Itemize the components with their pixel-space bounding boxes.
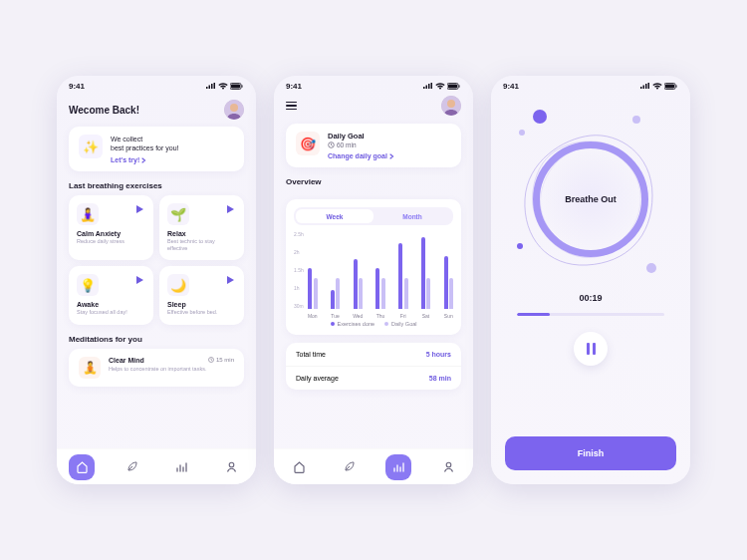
- home-icon: [76, 460, 89, 473]
- target-icon: 🎯: [296, 132, 320, 155]
- chart: 2.5h2h1.5h1h30m Mon Tue Wed Thu Fri Sat …: [294, 231, 453, 319]
- svg-rect-15: [665, 85, 674, 89]
- status-indicators: [206, 83, 244, 90]
- status-bar: 9:41: [57, 76, 256, 94]
- exercise-card[interactable]: 🧘‍♀️ Calm Anxiety Reduce daily stress: [69, 195, 153, 260]
- battery-icon: [664, 83, 678, 90]
- meditations-section-label: Meditations for you: [69, 335, 244, 344]
- exercise-grid: 🧘‍♀️ Calm Anxiety Reduce daily stress 🌱 …: [69, 195, 244, 324]
- wifi-icon: [218, 83, 228, 90]
- breathe-screen: 9:41 Breathe Out 00:19 Finish: [491, 76, 690, 484]
- svg-point-6: [229, 462, 234, 467]
- avatar[interactable]: [224, 100, 244, 120]
- nav-home[interactable]: [69, 454, 95, 480]
- bar-label: Sun: [444, 313, 453, 319]
- user-icon: [442, 460, 455, 473]
- nav-stats[interactable]: [385, 454, 411, 480]
- exercise-card[interactable]: 🌙 Sleep Effective before bed.: [159, 266, 244, 324]
- progress-bar[interactable]: [517, 313, 664, 316]
- exercise-card[interactable]: 🌱 Relax Best technic to stay effective: [159, 195, 244, 260]
- home-screen: 9:41 Wecome Back! ✨ We collect best prac…: [57, 76, 256, 484]
- goal-title: Daily Goal: [328, 132, 394, 140]
- meditation-card[interactable]: 🧘 Clear Mind 15 min Helps to concentrate…: [69, 349, 244, 387]
- bar-group: Mon: [308, 268, 318, 309]
- play-button[interactable]: [133, 203, 145, 215]
- play-button[interactable]: [224, 274, 236, 286]
- wifi-icon: [435, 83, 445, 90]
- exercise-card[interactable]: 💡 Awake Stay focused all day!: [69, 266, 153, 324]
- exercise-sub: Reduce daily stress: [77, 238, 145, 245]
- clock-icon: [328, 141, 335, 148]
- clock-icon: [208, 357, 214, 363]
- welcome-heading: Wecome Back!: [69, 105, 139, 116]
- stats-icon: [175, 460, 188, 473]
- avatar[interactable]: [441, 96, 461, 116]
- menu-button[interactable]: [286, 102, 297, 110]
- overview-card: Week Month 2.5h2h1.5h1h30m Mon Tue Wed T…: [286, 199, 461, 335]
- status-time: 9:41: [503, 82, 519, 91]
- daily-goal-card: 🎯 Daily Goal 60 min Change daily goal: [286, 124, 461, 167]
- bar-group: Thu: [375, 268, 385, 309]
- finish-button[interactable]: Finish: [505, 436, 676, 470]
- collect-cta[interactable]: Let's try!: [111, 156, 178, 163]
- status-bar: 9:41: [491, 76, 690, 94]
- bar-group: Sun: [444, 256, 454, 309]
- collect-card[interactable]: ✨ We collect best practices for you! Let…: [69, 127, 244, 171]
- battery-icon: [447, 83, 461, 90]
- home-icon: [293, 460, 306, 473]
- signal-icon: [206, 83, 216, 90]
- signal-icon: [423, 83, 433, 90]
- bottom-nav: [57, 448, 256, 484]
- meditation-sub: Helps to concentrate on important tasks.: [109, 366, 234, 372]
- pause-button[interactable]: [574, 332, 608, 366]
- status-indicators: [423, 83, 461, 90]
- status-indicators: [640, 83, 678, 90]
- exercise-sub: Effective before bed.: [167, 309, 236, 316]
- stat-label: Total time: [296, 351, 326, 358]
- status-time: 9:41: [286, 82, 302, 91]
- bar-label: Wed: [353, 313, 363, 319]
- stat-label: Daily average: [296, 375, 339, 382]
- user-icon: [225, 460, 238, 473]
- change-goal-link[interactable]: Change daily goal: [328, 152, 394, 159]
- stat-row: Total time5 hours: [286, 343, 461, 366]
- svg-point-11: [447, 100, 455, 108]
- breathe-circle: Breathe Out: [533, 141, 648, 257]
- seg-month[interactable]: Month: [374, 209, 451, 223]
- svg-rect-9: [459, 85, 460, 87]
- leaf-icon: [343, 460, 356, 473]
- play-button[interactable]: [133, 274, 145, 286]
- nav-home[interactable]: [286, 454, 312, 480]
- legend-goal: Daily Goal: [384, 321, 416, 327]
- bar-label: Fri: [400, 313, 406, 319]
- meditation-icon: 🧘: [79, 357, 101, 379]
- chart-bars: Mon Tue Wed Thu Fri Sat Sun: [308, 231, 453, 319]
- signal-icon: [640, 83, 650, 90]
- exercise-icon: 🧘‍♀️: [77, 203, 99, 225]
- meditation-duration: 15 min: [208, 357, 234, 363]
- seg-week[interactable]: Week: [296, 209, 374, 223]
- nav-user[interactable]: [435, 454, 461, 480]
- exercise-sub: Stay focused all day!: [77, 309, 145, 316]
- nav-leaf[interactable]: [119, 454, 144, 480]
- chart-legend: Exercises done Daily Goal: [294, 321, 453, 327]
- period-segmented[interactable]: Week Month: [294, 207, 453, 225]
- nav-leaf[interactable]: [336, 454, 362, 480]
- exercise-title: Sleep: [167, 301, 236, 308]
- chart-yaxis: 2.5h2h1.5h1h30m: [294, 231, 308, 319]
- svg-rect-2: [242, 85, 243, 87]
- breathe-area: Breathe Out 00:19: [491, 94, 690, 419]
- nav-stats[interactable]: [168, 454, 194, 480]
- svg-rect-8: [448, 85, 457, 89]
- collect-text: We collect best practices for you!: [111, 135, 178, 152]
- nav-user[interactable]: [218, 454, 244, 480]
- bar-label: Thu: [376, 313, 385, 319]
- chevron-right-icon: [141, 157, 146, 163]
- exercise-title: Awake: [77, 301, 145, 308]
- breathing-section-label: Last breathing exercises: [69, 181, 244, 190]
- bar-group: Sat: [421, 237, 431, 309]
- play-button[interactable]: [224, 203, 236, 215]
- stat-row: Daily average58 min: [286, 366, 461, 390]
- status-bar: 9:41: [274, 76, 473, 94]
- bar-label: Sat: [422, 313, 430, 319]
